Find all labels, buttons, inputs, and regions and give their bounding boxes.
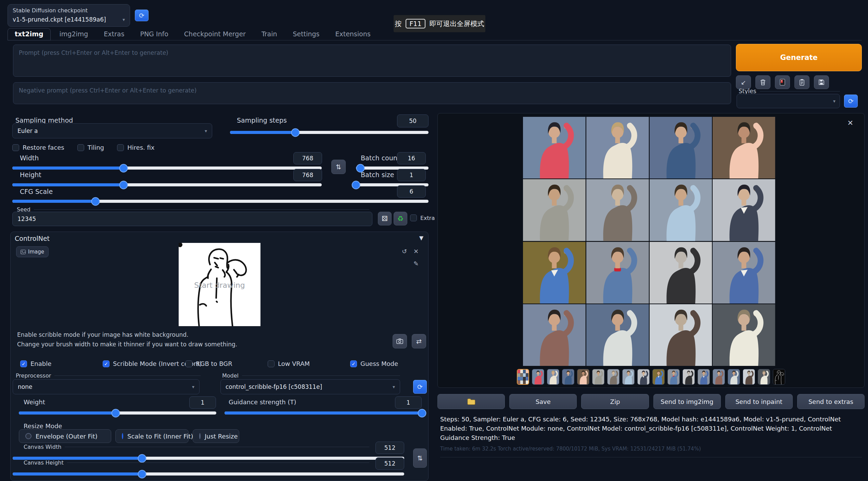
width-slider[interactable] [12, 166, 322, 170]
toggle-tiling[interactable]: Tiling [77, 144, 104, 151]
width-value[interactable]: 768 [293, 152, 322, 164]
tab-png-info[interactable]: PNG Info [133, 28, 175, 40]
gallery-thumbnail-16[interactable] [743, 369, 755, 385]
model-refresh-button[interactable]: ⟳ [413, 380, 427, 394]
sampling-steps-value[interactable]: 50 [397, 114, 429, 127]
brush-icon[interactable]: ✎ [413, 260, 419, 267]
gallery-thumbnail-13[interactable] [698, 369, 710, 385]
guidance-strength-value[interactable]: 1 [395, 396, 422, 409]
paste-button[interactable] [794, 75, 809, 89]
seed-extra-checkbox[interactable]: Extra [410, 214, 435, 221]
gallery-thumbnail-3[interactable] [547, 369, 559, 385]
gallery-cell-16[interactable] [713, 304, 775, 366]
clear-image-icon[interactable]: ✕ [413, 248, 419, 255]
gallery-cell-5[interactable] [523, 179, 586, 241]
negative-prompt-input[interactable] [13, 82, 731, 104]
gallery-cell-9[interactable] [523, 242, 586, 304]
controlnet-image-tab[interactable]: Image [16, 246, 49, 257]
reuse-seed-button[interactable]: ♻ [394, 212, 407, 225]
seed-input[interactable]: 12345 [12, 212, 372, 226]
guidance-strength-slider[interactable] [225, 411, 422, 415]
cfg-scale-value[interactable]: 6 [397, 185, 426, 198]
tab-train[interactable]: Train [255, 28, 284, 40]
cfg-scale-slider[interactable] [12, 200, 429, 203]
mirror-button[interactable]: ⇄ [412, 334, 426, 348]
open-folder-button[interactable] [437, 394, 505, 409]
result-grid-image[interactable] [523, 117, 775, 366]
gallery-cell-1[interactable] [523, 117, 586, 178]
gallery-cell-11[interactable] [650, 242, 712, 304]
gallery-thumbnail-10[interactable] [652, 369, 665, 385]
tab-extensions[interactable]: Extensions [328, 28, 377, 40]
gallery-cell-8[interactable] [713, 179, 775, 241]
gallery-cell-6[interactable] [586, 179, 649, 241]
gallery-thumbnail-17[interactable] [758, 369, 770, 385]
extra-networks-button[interactable] [775, 75, 790, 89]
gallery-thumbnail-4[interactable] [562, 369, 574, 385]
swap-dimensions-button[interactable]: ⇅ [331, 160, 346, 174]
gallery-cell-12[interactable] [713, 242, 775, 304]
tab-checkpoint-merger[interactable]: Checkpoint Merger [177, 28, 253, 40]
gallery-thumbnail-9[interactable] [637, 369, 650, 385]
gallery-cell-2[interactable] [586, 117, 649, 178]
controlnet-checkbox-guess-mode[interactable]: ✓Guess Mode [350, 360, 398, 367]
send-to-inpaint-button[interactable]: Send to inpaint [725, 394, 793, 409]
gallery-cell-7[interactable] [650, 179, 712, 241]
random-seed-button[interactable]: ⚄ [378, 212, 392, 225]
gallery-cell-10[interactable] [586, 242, 649, 304]
gallery-thumbnail-12[interactable] [682, 369, 695, 385]
resize-option-envelope-outer-fit-[interactable]: Envelope (Outer Fit) [19, 429, 111, 443]
gallery-thumbnail-6[interactable] [592, 369, 604, 385]
gallery-thumbnail-18[interactable] [773, 369, 785, 385]
sampling-steps-slider[interactable] [230, 131, 429, 134]
gallery-cell-14[interactable] [586, 304, 649, 366]
send-to-extras-button[interactable]: Send to extras [797, 394, 865, 409]
resize-option-scale-to-fit-inner-fit-[interactable]: Scale to Fit (Inner Fit) [115, 429, 189, 443]
gallery-cell-4[interactable] [713, 117, 775, 178]
gallery-cell-3[interactable] [650, 117, 712, 178]
zip-button[interactable]: Zip [581, 394, 649, 409]
generate-button[interactable]: Generate [736, 44, 862, 71]
clear-prompt-button[interactable] [755, 75, 770, 89]
tab-settings[interactable]: Settings [286, 28, 327, 40]
controlnet-canvas[interactable]: Start drawing [179, 243, 260, 326]
close-icon[interactable]: ✕ [847, 119, 853, 127]
canvas-height-value[interactable]: 512 [375, 457, 404, 470]
gallery-thumbnail-2[interactable] [532, 369, 544, 385]
toggle-hires-fix[interactable]: Hires. fix [117, 144, 154, 151]
restore-params-button[interactable]: ↙ [736, 75, 751, 89]
gallery-cell-13[interactable] [523, 304, 586, 366]
send-to-img2img-button[interactable]: Send to img2img [653, 394, 721, 409]
webcam-button[interactable] [393, 334, 407, 348]
checkpoint-select[interactable]: v1-5-pruned.ckpt [e1441589a6] ▾ [13, 16, 125, 23]
height-slider[interactable] [12, 183, 322, 186]
weight-value[interactable]: 1 [189, 396, 216, 409]
gallery-thumbnail-8[interactable] [622, 369, 635, 385]
save-style-button[interactable] [814, 75, 829, 89]
gallery-thumbnail-14[interactable] [713, 369, 725, 385]
toggle-restore-faces[interactable]: Restore faces [12, 144, 64, 151]
controlnet-checkbox-low-vram[interactable]: Low VRAM [268, 360, 310, 367]
save-button[interactable]: Save [509, 394, 577, 409]
gallery-thumbnail-5[interactable] [577, 369, 589, 385]
canvas-width-value[interactable]: 512 [375, 442, 404, 454]
gallery-thumbnail-15[interactable] [728, 369, 740, 385]
styles-refresh-button[interactable]: ⟳ [844, 95, 858, 108]
gallery-thumbnail-11[interactable] [667, 369, 680, 385]
tab-txt2img[interactable]: txt2img [8, 28, 51, 40]
model-select[interactable]: control_scribble-fp16 [c508311e] ▾ [220, 379, 400, 394]
controlnet-checkbox-rgb-to-bgr[interactable]: RGB to BGR [186, 360, 232, 367]
sampling-method-select[interactable]: Euler a ▾ [12, 123, 212, 138]
undo-icon[interactable]: ↺ [402, 248, 407, 255]
preprocessor-select[interactable]: none ▾ [13, 379, 200, 394]
collapse-caret-icon[interactable]: ▼ [419, 235, 423, 241]
tab-img2img[interactable]: img2img [53, 28, 95, 40]
swap-canvas-button[interactable]: ⇅ [413, 448, 427, 468]
gallery-cell-15[interactable] [650, 304, 712, 366]
canvas-height-slider[interactable] [13, 472, 404, 476]
controlnet-checkbox-enable[interactable]: ✓Enable [20, 360, 51, 367]
checkpoint-refresh-button[interactable]: ⟳ [135, 10, 149, 21]
gallery-thumbnail-7[interactable] [607, 369, 620, 385]
gallery-thumbnail-1[interactable] [517, 369, 529, 385]
weight-slider[interactable] [19, 411, 216, 415]
